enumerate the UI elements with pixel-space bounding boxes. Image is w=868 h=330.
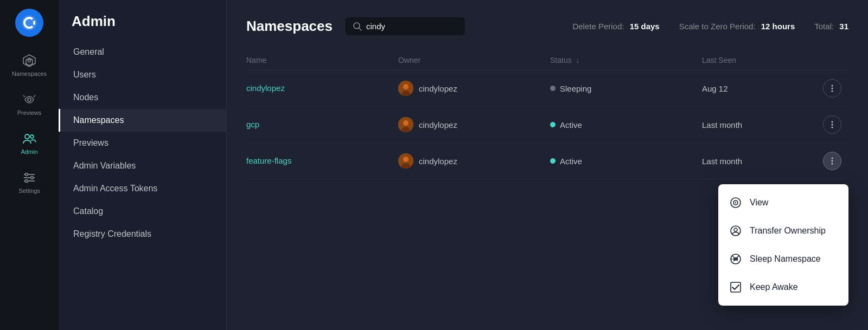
col-header-actions <box>816 56 848 64</box>
total-label: Total: 31 <box>814 22 848 31</box>
row-1-status-dot <box>550 86 556 91</box>
scale-to-zero-value: 12 hours <box>761 22 795 31</box>
row-3-avatar <box>398 153 413 169</box>
sidebar-item-registry-credentials[interactable]: Registry Credentials <box>59 223 226 245</box>
ellipsis-icon <box>827 83 837 93</box>
svg-point-39 <box>734 228 737 231</box>
row-1-name-link[interactable]: cindylopez <box>246 83 285 93</box>
row-1-actions <box>816 79 848 98</box>
svg-point-32 <box>832 158 833 159</box>
col-header-name: Name <box>246 56 398 64</box>
nav-previews-label: Previews <box>17 109 42 116</box>
dropdown-item-transfer[interactable]: Transfer Ownership <box>718 217 848 245</box>
delete-period-label: Delete Period: 15 days <box>572 22 659 31</box>
row-2-status-dot <box>550 122 556 127</box>
row-2-name-link[interactable]: gcp <box>246 120 259 129</box>
row-2-more-button[interactable] <box>823 115 841 134</box>
row-2-avatar <box>398 117 413 132</box>
sort-icon: ↓ <box>576 56 580 64</box>
row-3-owner: cindylopez <box>398 153 550 169</box>
row-2-status: Active <box>550 120 702 130</box>
svg-point-13 <box>31 177 34 179</box>
row-1-more-button[interactable] <box>823 79 841 98</box>
row-3-last-seen: Last month <box>702 157 816 166</box>
search-icon <box>353 22 362 31</box>
meta-info: Delete Period: 15 days Scale to Zero Per… <box>572 22 848 31</box>
ellipsis-icon <box>827 156 837 166</box>
nav-previews[interactable]: Previews <box>0 87 59 121</box>
row-1-avatar <box>398 81 413 96</box>
dropdown-transfer-label: Transfer Ownership <box>750 226 826 236</box>
sidebar-item-admin-access-tokens[interactable]: Admin Access Tokens <box>59 177 226 200</box>
dropdown-item-sleep[interactable]: Sleep Namespace <box>718 245 848 273</box>
row-3-status-dot <box>550 158 556 164</box>
namespaces-icon <box>22 53 37 68</box>
page-title: Namespaces <box>246 18 333 35</box>
svg-point-34 <box>832 163 833 165</box>
namespaces-table: Name Owner Status ↓ Last Seen cindylopez <box>246 50 848 179</box>
row-2-name: gcp <box>246 120 398 130</box>
nav-admin-label: Admin <box>21 148 37 155</box>
svg-point-14 <box>25 180 28 183</box>
svg-point-30 <box>403 157 409 162</box>
row-3-actions <box>816 152 848 170</box>
row-1-last-seen: Aug 12 <box>702 84 816 93</box>
row-2-last-seen: Last month <box>702 120 816 130</box>
view-icon <box>729 196 742 209</box>
col-header-last-seen: Last Seen <box>702 56 816 64</box>
row-1-name: cindylopez <box>246 83 398 93</box>
row-3-owner-name: cindylopez <box>419 157 457 166</box>
svg-point-27 <box>832 124 833 126</box>
nav-settings-label: Settings <box>18 187 40 194</box>
secondary-sidebar: Admin General Users Nodes Namespaces Pre… <box>59 0 227 330</box>
nav-admin[interactable]: Admin <box>0 126 59 160</box>
dropdown-item-keep-awake[interactable]: Keep Awake <box>718 273 848 301</box>
svg-line-16 <box>359 28 361 30</box>
svg-point-28 <box>832 127 833 128</box>
table-row: cindylopez cindylopez Sleeping Aug 12 <box>246 70 848 107</box>
dropdown-view-label: View <box>750 198 768 208</box>
row-3-more-button[interactable] <box>823 152 841 170</box>
search-input[interactable] <box>366 22 442 31</box>
sidebar-item-nodes[interactable]: Nodes <box>59 86 226 109</box>
row-3-name: feature-flags <box>246 156 398 166</box>
sidebar-title: Admin <box>59 13 226 41</box>
svg-point-26 <box>832 121 833 123</box>
app-logo[interactable] <box>15 9 43 37</box>
table-row: gcp cindylopez Active Last month <box>246 107 848 143</box>
svg-point-18 <box>403 84 409 89</box>
row-1-owner-name: cindylopez <box>419 84 457 93</box>
sleep-icon <box>729 253 742 266</box>
ellipsis-icon <box>827 120 837 130</box>
svg-point-4 <box>28 98 31 101</box>
nav-namespaces-label: Namespaces <box>12 70 47 77</box>
row-3-name-link[interactable]: feature-flags <box>246 156 291 165</box>
sidebar-item-catalog[interactable]: Catalog <box>59 200 226 223</box>
previews-icon <box>22 92 37 107</box>
scale-to-zero-label: Scale to Zero Period: 12 hours <box>679 22 795 31</box>
sidebar-item-previews[interactable]: Previews <box>59 132 226 154</box>
row-3-status-text: Active <box>560 157 582 166</box>
nav-namespaces[interactable]: Namespaces <box>0 48 59 82</box>
col-header-status[interactable]: Status ↓ <box>550 56 702 64</box>
nav-settings[interactable]: Settings <box>0 165 59 199</box>
sidebar-item-general[interactable]: General <box>59 41 226 63</box>
dropdown-menu: View Transfer Ownership <box>718 184 848 306</box>
dropdown-sleep-label: Sleep Namespace <box>750 254 821 264</box>
row-1-status-text: Sleeping <box>560 84 591 93</box>
top-bar: Namespaces Delete Period: 15 days Scale … <box>246 17 848 35</box>
sidebar-item-admin-variables[interactable]: Admin Variables <box>59 154 226 177</box>
row-2-owner-name: cindylopez <box>419 120 457 130</box>
dropdown-item-view[interactable]: View <box>718 189 848 217</box>
svg-line-5 <box>23 95 25 97</box>
svg-point-21 <box>832 88 833 89</box>
keep-awake-icon <box>729 281 742 294</box>
svg-point-15 <box>354 23 360 29</box>
table-header: Name Owner Status ↓ Last Seen <box>246 50 848 70</box>
svg-marker-1 <box>23 55 35 67</box>
sidebar-item-namespaces[interactable]: Namespaces <box>59 109 226 132</box>
sidebar-item-users[interactable]: Users <box>59 63 226 86</box>
main-content: Namespaces Delete Period: 15 days Scale … <box>227 0 868 330</box>
transfer-icon <box>729 224 742 237</box>
total-value: 31 <box>839 22 848 31</box>
